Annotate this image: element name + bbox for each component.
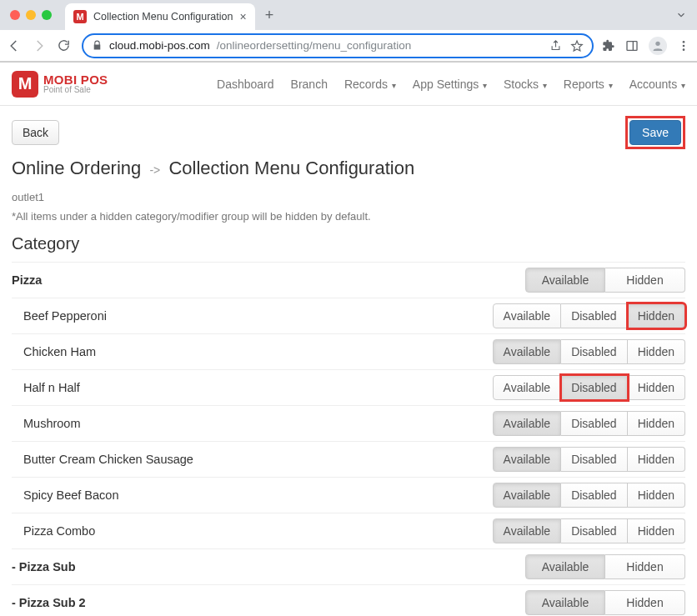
visibility-toggle: AvailableDisabledHidden bbox=[493, 411, 685, 436]
share-icon[interactable] bbox=[549, 39, 562, 53]
toggle-available[interactable]: Available bbox=[493, 447, 562, 472]
extensions-icon[interactable] bbox=[602, 39, 615, 53]
visibility-toggle: AvailableHidden bbox=[525, 268, 685, 293]
nav-forward-icon bbox=[32, 38, 48, 53]
toggle-available[interactable]: Available bbox=[493, 375, 562, 400]
main-nav: DashboardBranchRecords ▾App Settings ▾St… bbox=[217, 78, 685, 91]
toggle-hidden[interactable]: Hidden bbox=[605, 590, 685, 615]
browser-chrome: M Collection Menu Configuration × + clou… bbox=[0, 0, 697, 63]
menu-table: PizzaAvailableHiddenBeef PepperoniAvaila… bbox=[12, 262, 685, 616]
profile-avatar[interactable] bbox=[649, 37, 667, 55]
panel-icon[interactable] bbox=[625, 39, 639, 53]
nav-reload-icon[interactable] bbox=[57, 38, 73, 53]
toggle-disabled[interactable]: Disabled bbox=[561, 303, 627, 328]
toolbar-right-icons bbox=[602, 37, 690, 55]
tab-close-icon[interactable]: × bbox=[239, 10, 246, 23]
toggle-hidden[interactable]: Hidden bbox=[628, 447, 685, 472]
toggle-disabled[interactable]: Disabled bbox=[561, 375, 627, 400]
url-path: /onlineordersetting/menu_configuration bbox=[217, 39, 411, 52]
caret-down-icon: ▾ bbox=[606, 81, 613, 90]
item-row: Half n HalfAvailableDisabledHidden bbox=[12, 369, 685, 405]
visibility-toggle: AvailableHidden bbox=[525, 554, 685, 579]
star-icon[interactable] bbox=[570, 39, 584, 53]
breadcrumb-current: Collection Menu Configuration bbox=[168, 158, 414, 178]
page-content: Back Save Online Ordering -> Collection … bbox=[0, 106, 697, 616]
new-tab-button[interactable]: + bbox=[260, 7, 279, 24]
item-label: Mushroom bbox=[12, 417, 493, 430]
window-close-icon[interactable] bbox=[10, 10, 20, 20]
browser-toolbar: cloud.mobi-pos.com/onlineordersetting/me… bbox=[0, 30, 697, 62]
section-heading: Category bbox=[12, 234, 685, 253]
nav-dashboard[interactable]: Dashboard bbox=[217, 78, 274, 91]
caret-down-icon: ▾ bbox=[389, 81, 396, 90]
category-row: PizzaAvailableHidden bbox=[12, 262, 685, 298]
chevron-down-icon[interactable] bbox=[675, 9, 690, 21]
toggle-available[interactable]: Available bbox=[493, 339, 562, 364]
url-host: cloud.mobi-pos.com bbox=[109, 39, 210, 52]
nav-stocks[interactable]: Stocks ▾ bbox=[504, 78, 547, 91]
toggle-available[interactable]: Available bbox=[525, 554, 605, 579]
toggle-hidden[interactable]: Hidden bbox=[628, 375, 685, 400]
caret-down-icon: ▾ bbox=[540, 81, 547, 90]
toggle-disabled[interactable]: Disabled bbox=[561, 447, 627, 472]
save-button[interactable]: Save bbox=[629, 120, 681, 145]
visibility-toggle: AvailableDisabledHidden bbox=[493, 303, 685, 328]
save-highlight: Save bbox=[625, 116, 685, 149]
toggle-available[interactable]: Available bbox=[525, 268, 605, 293]
nav-records[interactable]: Records ▾ bbox=[344, 78, 396, 91]
app-logo[interactable]: M MOBI POS Point of Sale bbox=[12, 71, 108, 98]
svg-point-2 bbox=[655, 41, 659, 45]
toggle-hidden[interactable]: Hidden bbox=[628, 483, 685, 508]
nav-back-icon[interactable] bbox=[7, 38, 23, 53]
toggle-available[interactable]: Available bbox=[493, 483, 562, 508]
item-row: Chicken HamAvailableDisabledHidden bbox=[12, 333, 685, 369]
toggle-hidden[interactable]: Hidden bbox=[628, 303, 685, 328]
visibility-toggle: AvailableDisabledHidden bbox=[493, 518, 685, 543]
item-label: Beef Pepperoni bbox=[12, 309, 493, 323]
address-bar[interactable]: cloud.mobi-pos.com/onlineordersetting/me… bbox=[82, 33, 594, 58]
toggle-hidden[interactable]: Hidden bbox=[628, 339, 685, 364]
toggle-hidden[interactable]: Hidden bbox=[605, 554, 685, 579]
visibility-toggle: AvailableDisabledHidden bbox=[493, 375, 685, 400]
window-minimize-icon[interactable] bbox=[26, 10, 36, 20]
nav-app-settings[interactable]: App Settings ▾ bbox=[413, 78, 487, 91]
kebab-menu-icon[interactable] bbox=[677, 39, 690, 53]
toggle-disabled[interactable]: Disabled bbox=[561, 411, 627, 436]
item-row: Spicy Beef BaconAvailableDisabledHidden bbox=[12, 477, 685, 513]
tab-strip: M Collection Menu Configuration × + bbox=[0, 0, 697, 30]
breadcrumb-parent[interactable]: Online Ordering bbox=[12, 158, 141, 178]
toggle-hidden[interactable]: Hidden bbox=[628, 411, 685, 436]
toggle-available[interactable]: Available bbox=[493, 518, 562, 543]
toggle-disabled[interactable]: Disabled bbox=[561, 483, 627, 508]
lock-icon bbox=[92, 40, 103, 51]
nav-branch[interactable]: Branch bbox=[291, 78, 328, 91]
toggle-available[interactable]: Available bbox=[525, 590, 605, 615]
visibility-toggle: AvailableDisabledHidden bbox=[493, 483, 685, 508]
visibility-toggle: AvailableDisabledHidden bbox=[493, 447, 685, 472]
item-row: MushroomAvailableDisabledHidden bbox=[12, 405, 685, 441]
nav-reports[interactable]: Reports ▾ bbox=[564, 78, 613, 91]
item-label: Pizza Combo bbox=[12, 524, 493, 538]
toggle-hidden[interactable]: Hidden bbox=[605, 268, 685, 293]
category-row: - Pizza SubAvailableHidden bbox=[12, 548, 685, 584]
toggle-available[interactable]: Available bbox=[493, 303, 562, 328]
back-button[interactable]: Back bbox=[12, 120, 59, 145]
toggle-hidden[interactable]: Hidden bbox=[628, 518, 685, 543]
logo-title: MOBI POS bbox=[43, 73, 108, 86]
nav-accounts[interactable]: Accounts ▾ bbox=[629, 78, 685, 91]
item-label: Chicken Ham bbox=[12, 345, 493, 358]
category-row: - Pizza Sub 2AvailableHidden bbox=[12, 584, 685, 616]
top-actions: Back Save bbox=[12, 116, 685, 149]
caret-down-icon: ▾ bbox=[679, 81, 685, 90]
toggle-disabled[interactable]: Disabled bbox=[561, 339, 627, 364]
window-zoom-icon[interactable] bbox=[42, 10, 52, 20]
breadcrumb: Online Ordering -> Collection Menu Confi… bbox=[12, 158, 685, 179]
toggle-disabled[interactable]: Disabled bbox=[561, 518, 627, 543]
category-label: - Pizza Sub bbox=[12, 560, 525, 573]
app-header: M MOBI POS Point of Sale DashboardBranch… bbox=[0, 63, 697, 106]
svg-point-5 bbox=[683, 48, 685, 51]
toggle-available[interactable]: Available bbox=[493, 411, 562, 436]
browser-tab[interactable]: M Collection Menu Configuration × bbox=[65, 3, 255, 30]
outlet-name: outlet1 bbox=[12, 191, 685, 203]
favicon-icon: M bbox=[73, 10, 87, 23]
